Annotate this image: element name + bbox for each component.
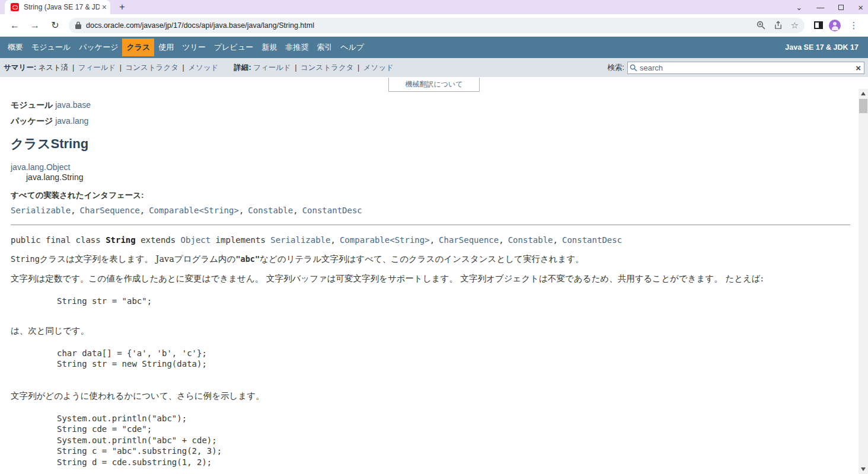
summary-nested: ネスト済: [39, 63, 69, 72]
comma: ,: [430, 235, 435, 245]
divider: [11, 225, 850, 225]
module-link[interactable]: java.base: [55, 100, 91, 110]
javadoc-subnav: サマリー: ネスト済 | フィールド | コンストラクタ | メソッド 詳細: …: [0, 58, 868, 77]
scroll-down-icon[interactable]: [861, 467, 866, 471]
decl-if-comparable[interactable]: Comparable<String>: [340, 235, 430, 245]
interfaces-heading: すべての実装されたインタフェース:: [11, 190, 850, 201]
comma: ,: [499, 235, 503, 245]
scroll-up-icon[interactable]: [861, 92, 866, 95]
interface-link-constable[interactable]: Constable: [248, 206, 293, 215]
text-run: などのリテラル文字列はすべて、このクラスのインスタンスとして実行されます。: [260, 254, 584, 264]
summary-label: サマリー:: [4, 63, 36, 72]
browser-tab[interactable]: String (Java SE 17 & JDK ×: [5, 0, 110, 14]
comma: ,: [239, 206, 244, 215]
module-label: モジュール: [11, 100, 53, 110]
decl-if-constantdesc[interactable]: ConstantDesc: [562, 235, 622, 245]
inline-code: "abc": [235, 254, 260, 264]
decl-if-charsequence[interactable]: CharSequence: [439, 235, 499, 245]
paragraph-equivalent: は、次と同じです。: [11, 325, 850, 337]
detail-methods-link[interactable]: メソッド: [363, 63, 394, 72]
nav-item-module[interactable]: モジュール: [27, 39, 75, 56]
separator: |: [181, 63, 186, 72]
nav-item-use[interactable]: 使用: [154, 39, 178, 56]
forward-icon[interactable]: →: [28, 20, 42, 31]
summary-fields-link[interactable]: フィールド: [78, 63, 116, 72]
scrollbar-thumb[interactable]: [859, 99, 867, 113]
address-bar[interactable]: docs.oracle.com/javase/jp/17/docs/api/ja…: [69, 18, 805, 33]
detail-constructors-link[interactable]: コンストラクタ: [301, 63, 354, 72]
separator: |: [118, 63, 123, 72]
detail-fields-link[interactable]: フィールド: [253, 63, 291, 72]
side-panel-icon[interactable]: [814, 21, 823, 29]
decl-extends: extends: [136, 235, 181, 245]
nav-item-overview[interactable]: 概要: [4, 39, 27, 56]
nav-item-tree[interactable]: ツリー: [178, 39, 210, 56]
zoom-icon[interactable]: [757, 21, 765, 30]
nav-item-help[interactable]: ヘルプ: [336, 39, 368, 56]
share-icon[interactable]: [774, 21, 783, 30]
this-class-name: java.lang.String: [11, 172, 850, 182]
menu-dots-icon[interactable]: ⋮: [847, 20, 861, 31]
decl-class-name: String: [106, 235, 136, 245]
summary-methods-link[interactable]: メソッド: [188, 63, 218, 72]
summary-constructors-link[interactable]: コンストラクタ: [126, 63, 179, 72]
interface-link-serializable[interactable]: Serializable: [11, 206, 71, 215]
chevron-down-icon[interactable]: ⌄: [796, 4, 802, 11]
minimize-icon[interactable]: —: [816, 4, 824, 11]
omnibox-icons: ☆: [757, 20, 799, 31]
interface-link-comparable[interactable]: Comparable<String>: [149, 206, 239, 215]
new-tab-button[interactable]: +: [116, 2, 128, 12]
decl-implements: implements: [210, 235, 270, 245]
reload-icon[interactable]: ↻: [48, 20, 62, 31]
paragraph-intro: Stringクラスは文字列を表します。 Javaプログラム内の"abc"などのリ…: [11, 253, 850, 265]
search-label: 検索:: [608, 63, 624, 73]
machine-translation-button[interactable]: 機械翻訳について: [388, 78, 480, 92]
nav-item-new[interactable]: 新規: [257, 39, 281, 56]
profile-avatar[interactable]: [829, 20, 841, 31]
url-text[interactable]: docs.oracle.com/javase/jp/17/docs/api/ja…: [86, 21, 752, 30]
detail-label: 詳細:: [234, 63, 251, 72]
inheritance-tree: java.lang.Object java.lang.String: [11, 162, 850, 182]
browser-window: String (Java SE 17 & JDK × + ⌄ — × ← → ↻…: [0, 0, 868, 474]
interface-link-constantdesc[interactable]: ConstantDesc: [302, 206, 362, 215]
navbar-list: 概要 モジュール パッケージ クラス 使用 ツリー プレビュー 新規 非推奨 索…: [4, 39, 368, 56]
decl-superclass-link[interactable]: Object: [181, 235, 211, 245]
page-content: 機械翻訳について モジュール java.base パッケージ java.lang…: [0, 78, 868, 474]
nav-item-preview[interactable]: プレビュー: [210, 39, 257, 56]
decl-if-constable[interactable]: Constable: [508, 235, 553, 245]
window-controls: ⌄ — ×: [796, 0, 863, 14]
interfaces-list: Serializable,CharSequence,Comparable<Str…: [11, 206, 850, 215]
close-window-icon[interactable]: ×: [858, 3, 863, 12]
decl-if-serializable[interactable]: Serializable: [270, 235, 330, 245]
bookmark-star-icon[interactable]: ☆: [791, 20, 799, 31]
search-box[interactable]: ×: [627, 62, 864, 74]
summary-group: サマリー: ネスト済 | フィールド | コンストラクタ | メソッド: [4, 63, 218, 73]
nav-item-deprecated[interactable]: 非推奨: [281, 39, 312, 56]
page-title: クラスString: [11, 135, 850, 153]
class-description: モジュール java.base パッケージ java.lang クラスStrin…: [0, 92, 868, 474]
code-block-1: String str = "abc";: [57, 296, 850, 307]
browser-toolbar: ← → ↻ docs.oracle.com/javase/jp/17/docs/…: [0, 14, 868, 37]
superclass-link[interactable]: java.lang.Object: [11, 162, 70, 172]
search-reset-icon[interactable]: ×: [854, 63, 862, 72]
back-icon[interactable]: ←: [8, 20, 22, 31]
nav-item-index[interactable]: 索引: [312, 39, 336, 56]
nav-item-package[interactable]: パッケージ: [75, 39, 122, 56]
detail-group: 詳細: フィールド | コンストラクタ | メソッド: [234, 63, 394, 73]
code-block-3: System.out.println("abc"); String cde = …: [57, 413, 850, 468]
decl-modifiers: public final class: [11, 235, 106, 245]
module-line: モジュール java.base: [11, 100, 850, 111]
comma: ,: [140, 206, 145, 215]
package-line: パッケージ java.lang: [11, 116, 850, 127]
paragraph-examples: 文字列がどのように使われるかについて、さらに例を示します。: [11, 390, 850, 402]
comma: ,: [553, 235, 558, 245]
tab-close-icon[interactable]: ×: [102, 2, 107, 12]
search-input[interactable]: [640, 63, 854, 72]
page-scrollbar[interactable]: [859, 89, 868, 474]
interface-link-charsequence[interactable]: CharSequence: [80, 206, 140, 215]
comma: ,: [330, 235, 335, 245]
separator: |: [356, 63, 361, 72]
maximize-icon[interactable]: [838, 5, 844, 10]
package-link[interactable]: java.lang: [55, 116, 88, 126]
package-label: パッケージ: [11, 116, 53, 126]
